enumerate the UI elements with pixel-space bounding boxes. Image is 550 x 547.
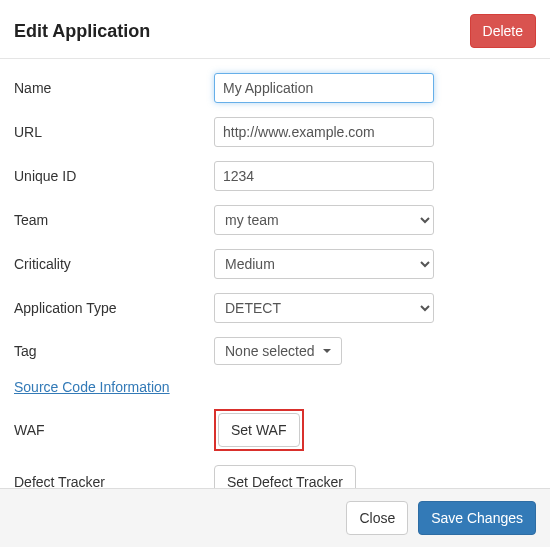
save-changes-button[interactable]: Save Changes (418, 501, 536, 535)
row-name: Name (14, 73, 536, 103)
criticality-select[interactable]: Medium (214, 249, 434, 279)
row-application-type: Application Type DETECT (14, 293, 536, 323)
modal-title: Edit Application (14, 21, 150, 42)
row-waf: WAF Set WAF (14, 409, 536, 451)
label-unique-id: Unique ID (14, 168, 214, 184)
label-application-type: Application Type (14, 300, 214, 316)
name-input[interactable] (214, 73, 434, 103)
row-criticality: Criticality Medium (14, 249, 536, 279)
tag-dropdown[interactable]: None selected (214, 337, 342, 365)
tag-value: None selected (225, 343, 315, 359)
source-code-info-link[interactable]: Source Code Information (14, 379, 170, 395)
close-button[interactable]: Close (346, 501, 408, 535)
label-team: Team (14, 212, 214, 228)
label-tag: Tag (14, 343, 214, 359)
set-waf-button[interactable]: Set WAF (218, 413, 300, 447)
modal-footer: Close Save Changes (0, 488, 550, 547)
row-url: URL (14, 117, 536, 147)
delete-button[interactable]: Delete (470, 14, 536, 48)
url-input[interactable] (214, 117, 434, 147)
application-type-select[interactable]: DETECT (214, 293, 434, 323)
label-criticality: Criticality (14, 256, 214, 272)
row-tag: Tag None selected (14, 337, 536, 365)
team-select[interactable]: my team (214, 205, 434, 235)
modal-header: Edit Application Delete (0, 0, 550, 59)
waf-highlight: Set WAF (214, 409, 304, 451)
label-url: URL (14, 124, 214, 140)
row-team: Team my team (14, 205, 536, 235)
unique-id-input[interactable] (214, 161, 434, 191)
row-unique-id: Unique ID (14, 161, 536, 191)
caret-down-icon (323, 349, 331, 353)
label-name: Name (14, 80, 214, 96)
modal-body: Name URL Unique ID Team my team Critical… (0, 59, 550, 523)
label-waf: WAF (14, 422, 214, 438)
